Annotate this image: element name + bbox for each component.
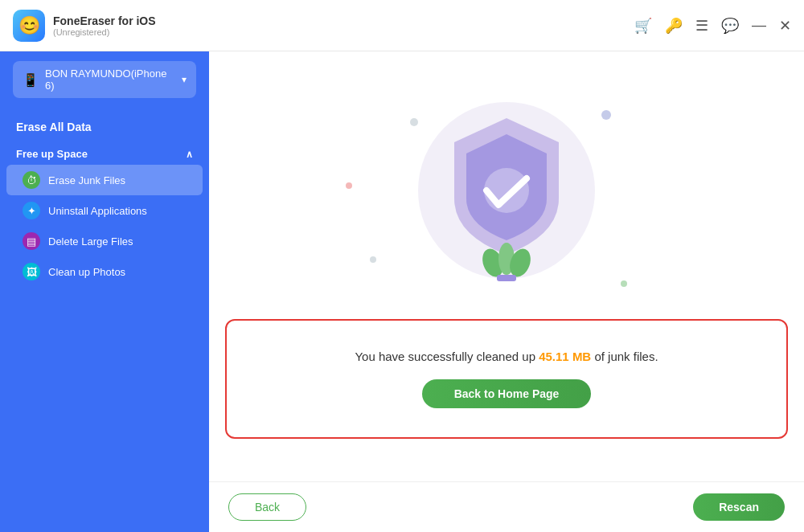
sidebar: 📱 BON RAYMUNDO(iPhone 6) ▾ Erase All Dat… bbox=[0, 51, 209, 532]
dot-1 bbox=[410, 118, 418, 126]
content-main: You have successfully cleaned up 45.11 M… bbox=[209, 51, 804, 481]
device-icon: 📱 bbox=[23, 72, 39, 88]
device-name: BON RAYMUNDO(iPhone 6) bbox=[45, 68, 175, 92]
result-text-2: of junk files. bbox=[591, 350, 658, 363]
rescan-button[interactable]: Rescan bbox=[693, 493, 785, 521]
title-bar: 😊 FoneEraser for iOS (Unregistered) 🛒 🔑 … bbox=[0, 0, 804, 51]
clean-photos-label: Clean up Photos bbox=[48, 266, 125, 278]
cart-icon[interactable]: 🛒 bbox=[634, 17, 652, 35]
dot-4 bbox=[621, 280, 627, 287]
sidebar-item-erase-junk[interactable]: ⏱ Erase Junk Files bbox=[6, 165, 203, 195]
content-footer: Back Rescan bbox=[209, 481, 804, 532]
content-area: You have successfully cleaned up 45.11 M… bbox=[209, 51, 804, 532]
app-title-group: FoneEraser for iOS (Unregistered) bbox=[53, 14, 156, 37]
erase-junk-icon: ⏱ bbox=[23, 171, 40, 189]
dot-5 bbox=[370, 256, 376, 263]
app-branding: 😊 FoneEraser for iOS (Unregistered) bbox=[13, 10, 156, 42]
uninstall-apps-label: Uninstall Applications bbox=[48, 205, 147, 217]
erase-junk-label: Erase Junk Files bbox=[48, 174, 125, 186]
app-name: FoneEraser for iOS bbox=[53, 14, 156, 27]
window-controls: 🛒 🔑 ☰ 💬 — ✕ bbox=[634, 17, 791, 35]
svg-rect-4 bbox=[497, 275, 516, 281]
delete-large-label: Delete Large Files bbox=[48, 235, 133, 248]
dot-2 bbox=[601, 110, 611, 120]
menu-icon[interactable]: ☰ bbox=[695, 17, 708, 35]
device-chevron-icon: ▾ bbox=[182, 74, 187, 85]
minimize-button[interactable]: — bbox=[752, 17, 766, 34]
free-up-space-chevron: ∧ bbox=[186, 149, 193, 160]
app-subtitle: (Unregistered) bbox=[53, 27, 156, 37]
result-highlight: 45.11 MB bbox=[539, 350, 591, 363]
chat-icon[interactable]: 💬 bbox=[721, 17, 739, 35]
result-message: You have successfully cleaned up 45.11 M… bbox=[355, 350, 658, 363]
sidebar-item-delete-large[interactable]: ▤ Delete Large Files bbox=[6, 226, 203, 256]
dot-3 bbox=[346, 182, 352, 189]
uninstall-apps-icon: ✦ bbox=[23, 202, 40, 219]
result-box: You have successfully cleaned up 45.11 M… bbox=[225, 319, 788, 439]
free-up-space-label: Free up Space bbox=[16, 148, 88, 160]
back-home-button[interactable]: Back to Home Page bbox=[422, 379, 592, 408]
key-icon[interactable]: 🔑 bbox=[665, 17, 683, 35]
close-button[interactable]: ✕ bbox=[779, 17, 791, 35]
main-layout: 📱 BON RAYMUNDO(iPhone 6) ▾ Erase All Dat… bbox=[0, 51, 804, 532]
back-button[interactable]: Back bbox=[228, 493, 306, 521]
svg-point-5 bbox=[484, 168, 529, 213]
sidebar-item-clean-photos[interactable]: 🖼 Clean up Photos bbox=[6, 256, 203, 287]
delete-large-icon: ▤ bbox=[23, 232, 40, 250]
free-up-space-header[interactable]: Free up Space ∧ bbox=[0, 140, 209, 165]
app-icon: 😊 bbox=[13, 10, 45, 42]
shield-illustration bbox=[402, 94, 611, 303]
result-text-1: You have successfully cleaned up bbox=[355, 350, 539, 363]
device-selector[interactable]: 📱 BON RAYMUNDO(iPhone 6) ▾ bbox=[13, 61, 196, 98]
sidebar-item-uninstall-apps[interactable]: ✦ Uninstall Applications bbox=[6, 195, 203, 226]
clean-photos-icon: 🖼 bbox=[23, 263, 40, 280]
erase-all-data-section[interactable]: Erase All Data bbox=[0, 108, 209, 140]
illustration-area bbox=[306, 94, 708, 303]
